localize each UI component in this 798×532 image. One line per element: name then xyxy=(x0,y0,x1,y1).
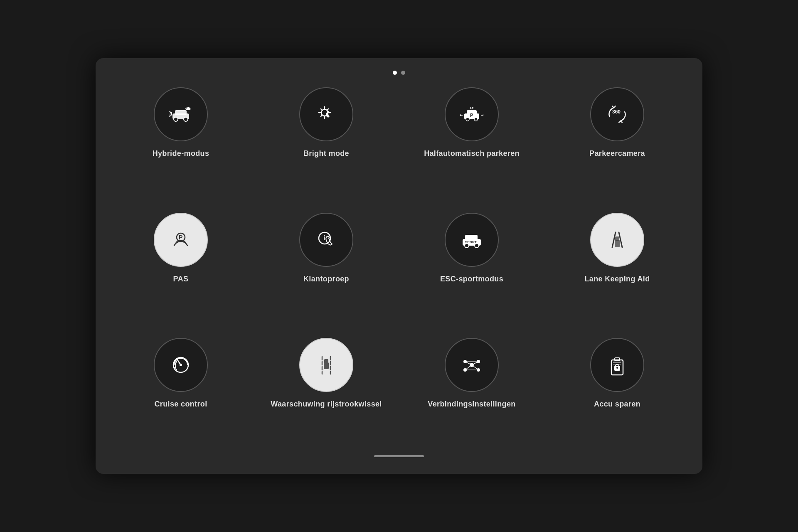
svg-text:AF: AF xyxy=(470,107,474,110)
svg-line-12 xyxy=(327,109,328,110)
circle-rijstrookwissel xyxy=(299,338,353,392)
tile-label-parkeren: Halfautomatisch parkeren xyxy=(424,149,520,158)
svg-point-62 xyxy=(616,367,618,369)
svg-text:P: P xyxy=(470,113,473,118)
svg-rect-35 xyxy=(615,236,619,241)
tiles-grid: Hybride-modus xyxy=(112,87,686,447)
circle-bright-mode xyxy=(299,87,353,141)
svg-line-10 xyxy=(321,109,322,110)
svg-text:P: P xyxy=(179,234,182,241)
svg-point-37 xyxy=(180,364,182,366)
tile-label-klantoproep: Klantoproep xyxy=(303,274,349,284)
svg-rect-46 xyxy=(324,362,329,369)
tile-rijstrookwissel[interactable]: Waarschuwing rijstrookwissel xyxy=(258,338,395,447)
tile-label-rijstrookwissel: Waarschuwing rijstrookwissel xyxy=(271,399,382,409)
svg-rect-64 xyxy=(613,364,621,365)
tile-label-hybride-modus: Hybride-modus xyxy=(153,149,209,158)
tile-label-parkeercamera: Parkeercamera xyxy=(589,149,645,158)
svg-point-29 xyxy=(465,244,469,248)
circle-cruise-control xyxy=(154,338,208,392)
svg-point-2 xyxy=(174,117,178,121)
tile-esc-sportmodus[interactable]: SPORT ESC-sportmodus xyxy=(403,213,540,322)
circle-parkeercamera: 360 xyxy=(590,87,644,141)
tile-hybride-modus[interactable]: Hybride-modus xyxy=(112,87,249,196)
svg-rect-63 xyxy=(613,362,621,363)
svg-rect-1 xyxy=(175,110,187,115)
tile-klantoproep[interactable]: i Klantoproep xyxy=(258,213,395,322)
dot-2 xyxy=(401,71,405,75)
svg-point-30 xyxy=(475,244,479,248)
tile-verbindingsinstellingen[interactable]: Verbindingsinstellingen xyxy=(403,338,540,447)
svg-rect-47 xyxy=(324,359,328,363)
tile-parkeren[interactable]: P AF Halfautomatisch parkeren xyxy=(403,87,540,196)
tile-label-esc-sportmodus: ESC-sportmodus xyxy=(440,274,503,284)
tile-accu-sparen[interactable]: Accu sparen xyxy=(549,338,686,447)
svg-line-56 xyxy=(472,365,478,370)
svg-rect-34 xyxy=(615,240,620,247)
dot-1 xyxy=(393,71,397,75)
circle-klantoproep: i xyxy=(299,213,353,267)
svg-point-17 xyxy=(474,118,478,121)
tile-label-bright-mode: Bright mode xyxy=(303,149,349,158)
circle-verbindingsinstellingen xyxy=(445,338,499,392)
screen: Hybride-modus xyxy=(96,58,702,474)
tile-label-pas: PAS xyxy=(173,274,189,284)
tile-bright-mode[interactable]: Bright mode xyxy=(258,87,395,196)
tile-label-lane-keeping-aid: Lane Keeping Aid xyxy=(584,274,650,284)
circle-hybride-modus xyxy=(154,87,208,141)
tile-cruise-control[interactable]: Cruise control xyxy=(112,338,249,447)
tile-parkeercamera[interactable]: 360 Parkeercamera xyxy=(549,87,686,196)
circle-parkeren: P AF xyxy=(445,87,499,141)
svg-text:SPORT: SPORT xyxy=(465,240,477,244)
svg-point-16 xyxy=(466,118,469,121)
circle-lane-keeping-aid xyxy=(590,213,644,267)
circle-esc-sportmodus: SPORT xyxy=(445,213,499,267)
tile-label-cruise-control: Cruise control xyxy=(154,399,207,409)
circle-pas: P xyxy=(154,213,208,267)
svg-line-13 xyxy=(321,115,322,116)
svg-text:i: i xyxy=(323,234,325,241)
bottom-indicator-bar xyxy=(374,455,424,457)
svg-line-55 xyxy=(465,365,472,370)
tile-lane-keeping-aid[interactable]: Lane Keeping Aid xyxy=(549,213,686,322)
svg-point-3 xyxy=(184,117,188,121)
svg-text:360: 360 xyxy=(612,109,621,115)
page-indicators xyxy=(393,71,405,75)
tile-label-verbindingsinstellingen: Verbindingsinstellingen xyxy=(428,399,515,409)
tile-pas[interactable]: P PAS xyxy=(112,213,249,322)
svg-rect-28 xyxy=(465,235,478,241)
tile-label-accu-sparen: Accu sparen xyxy=(594,399,640,409)
circle-accu-sparen xyxy=(590,338,644,392)
